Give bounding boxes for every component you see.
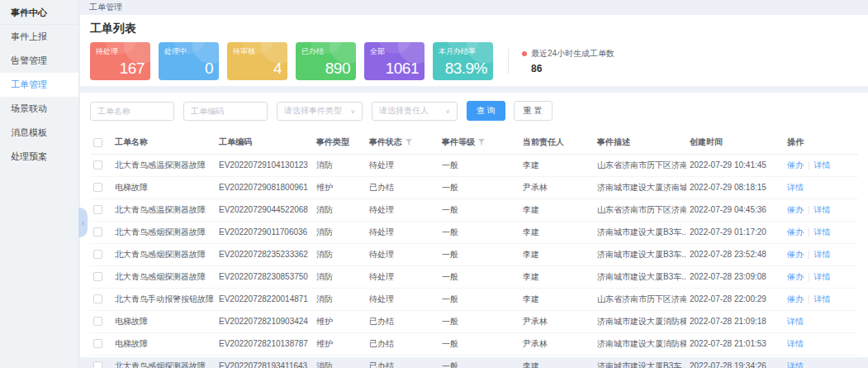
event-level-cell: 一般 xyxy=(439,310,519,332)
select-all-checkbox[interactable] xyxy=(93,138,102,147)
filter-icon[interactable] xyxy=(406,138,412,147)
order-name-cell: 电梯故障 xyxy=(111,332,216,355)
created-time-cell: 2022-07-28 21:01:53 xyxy=(686,332,784,355)
row-select-cell xyxy=(90,154,111,176)
row-checkbox[interactable] xyxy=(93,339,102,348)
stats-row: 待处理167处理中0待审核4已办结890全部1061本月办结率83.9% 最近2… xyxy=(90,42,858,80)
owner-cell: 尹承林 xyxy=(519,176,594,198)
column-header: 创建时间 xyxy=(686,131,784,154)
search-button[interactable]: 查 询 xyxy=(467,101,505,121)
event-status-cell: 已办结 xyxy=(366,176,439,198)
order-name-cell: 北大青鸟感烟探测器故障 xyxy=(111,265,216,288)
details-action-link[interactable]: 详情 xyxy=(814,205,831,214)
order-code-cell: EV20220729011706036 xyxy=(216,221,313,243)
event-type-cell: 维护 xyxy=(313,310,366,332)
details-action-link[interactable]: 详情 xyxy=(814,272,831,281)
stat-card: 本月办结率83.9% xyxy=(433,42,493,80)
row-checkbox[interactable] xyxy=(93,317,102,326)
details-action-link[interactable]: 详情 xyxy=(814,250,831,259)
event-type-cell: 维护 xyxy=(313,332,366,355)
stat-card-label: 全部 xyxy=(370,46,385,57)
actions-cell: 详情 xyxy=(784,355,858,368)
order-code-cell: EV20220728220014871 xyxy=(216,288,313,310)
event-level-cell: 一般 xyxy=(439,154,519,176)
actions-cell: 详情 xyxy=(784,332,858,355)
stat-card-value: 83.9% xyxy=(445,60,487,78)
table-row: 北大青鸟感烟探测器故障EV20220729011706036消防待处理一般李建济… xyxy=(90,221,858,243)
details-action-link[interactable]: 详情 xyxy=(787,361,804,368)
event-description-cell: 济南城市建设大厦B3车... xyxy=(594,355,686,368)
details-action-link[interactable]: 详情 xyxy=(787,339,804,348)
column-header-label: 当前责任人 xyxy=(523,137,564,146)
action-separator: | xyxy=(808,205,810,214)
urge-action-link[interactable]: 催办 xyxy=(787,205,804,214)
owner-cell: 李建 xyxy=(519,265,594,288)
urge-action-link[interactable]: 催办 xyxy=(787,250,804,259)
event-level-cell: 一般 xyxy=(439,288,519,310)
urge-action-link[interactable]: 催办 xyxy=(787,160,804,170)
sidebar-item[interactable]: 消息模板 xyxy=(0,121,78,145)
order-code-cell: EV20220728193411643 xyxy=(216,355,313,368)
owner-select[interactable]: 请选择责任人 ∨ xyxy=(372,102,458,121)
event-type-cell: 消防 xyxy=(313,154,366,176)
sidebar-item[interactable]: 场景联动 xyxy=(0,97,78,121)
created-time-cell: 2022-07-29 01:17:20 xyxy=(686,221,784,243)
row-checkbox[interactable] xyxy=(93,272,102,281)
stat-card-label: 处理中 xyxy=(164,46,187,57)
sidebar-item[interactable]: 告警管理 xyxy=(0,49,78,73)
stat-card: 待处理167 xyxy=(90,42,150,80)
order-name-cell: 北大青鸟感温探测器故障 xyxy=(111,198,216,221)
event-description-cell: 济南城市建设大厦济南城... xyxy=(594,176,686,198)
stat-card-value: 1061 xyxy=(386,60,419,78)
stats-divider xyxy=(508,49,509,74)
order-code-cell: EV20220728230853750 xyxy=(216,265,313,288)
details-action-link[interactable]: 详情 xyxy=(814,160,831,170)
row-select-cell xyxy=(90,332,111,355)
actions-cell: 详情 xyxy=(784,176,858,198)
row-checkbox[interactable] xyxy=(93,205,102,214)
event-type-select[interactable]: 请选择事件类型 ∨ xyxy=(277,102,363,121)
row-checkbox[interactable] xyxy=(93,160,102,170)
sidebar-collapse-handle[interactable]: ‹ xyxy=(78,208,88,237)
row-checkbox[interactable] xyxy=(93,183,102,192)
event-description-cell: 济南城市建设大厦B3车... xyxy=(594,221,686,243)
urge-action-link[interactable]: 催办 xyxy=(787,294,804,303)
order-code-cell: EV20220728210138787 xyxy=(216,332,313,355)
urge-action-link[interactable]: 催办 xyxy=(787,227,804,237)
urge-action-link[interactable]: 催办 xyxy=(787,272,804,281)
details-action-link[interactable]: 详情 xyxy=(814,294,831,303)
stat-card-value: 167 xyxy=(120,60,145,78)
action-separator: | xyxy=(808,160,810,170)
sidebar-item[interactable]: 处理预案 xyxy=(0,145,78,169)
details-action-link[interactable]: 详情 xyxy=(787,317,804,326)
row-checkbox[interactable] xyxy=(93,361,102,368)
details-action-link[interactable]: 详情 xyxy=(787,183,804,192)
filter-icon[interactable] xyxy=(478,138,485,147)
sidebar-item[interactable]: 事件上报 xyxy=(0,25,78,49)
order-code-input[interactable] xyxy=(183,102,268,121)
reset-button[interactable]: 重 置 xyxy=(514,101,553,121)
created-time-cell: 2022-07-28 23:09:08 xyxy=(686,265,784,288)
row-checkbox[interactable] xyxy=(93,250,102,259)
order-name-cell: 北大青鸟感温探测器故障 xyxy=(111,154,216,176)
event-type-cell: 消防 xyxy=(313,221,366,243)
owner-cell: 尹承林 xyxy=(519,332,594,355)
table-row: 北大青鸟感温探测器故障EV20220729104130123消防待处理一般李建山… xyxy=(90,154,858,176)
actions-cell: 催办|详情 xyxy=(784,221,858,243)
details-action-link[interactable]: 详情 xyxy=(814,227,831,237)
stat-card: 全部1061 xyxy=(364,42,425,80)
sidebar-item[interactable]: 工单管理 xyxy=(0,73,78,97)
created-time-cell: 2022-07-29 04:45:36 xyxy=(686,198,784,221)
table-row: 北大青鸟手动报警按钮故障EV20220728220014871消防待处理一般李建… xyxy=(90,288,858,310)
action-separator: | xyxy=(808,227,810,237)
action-separator: | xyxy=(808,250,810,259)
column-header: 事件类型 xyxy=(313,131,366,154)
column-header: 工单名称 xyxy=(111,131,216,154)
row-select-cell xyxy=(90,221,111,243)
event-type-cell: 维护 xyxy=(313,176,366,198)
owner-cell: 李建 xyxy=(519,243,594,265)
order-code-cell: EV20220729081800961 xyxy=(216,176,313,198)
row-checkbox[interactable] xyxy=(93,294,102,303)
order-name-input[interactable] xyxy=(90,102,174,121)
row-checkbox[interactable] xyxy=(93,227,102,237)
